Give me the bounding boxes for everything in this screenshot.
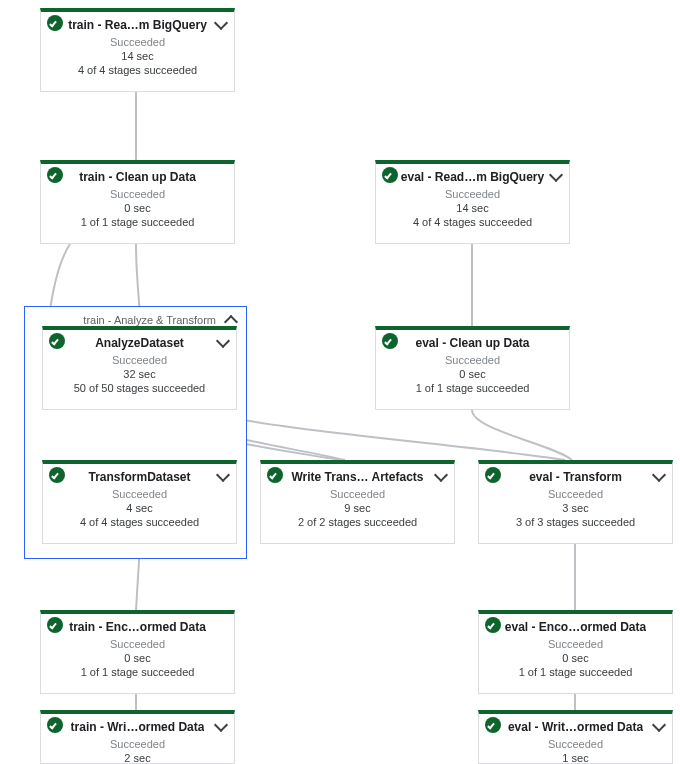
check-circle-icon [485,467,501,483]
node-eval-encode[interactable]: eval - Enco…ormed Data Succeeded 0 sec 1… [478,610,673,694]
node-stages: 1 of 1 stage succeeded [41,666,234,678]
node-title: Write Trans… Artefacts [291,470,423,484]
node-stages: 2 of 2 stages succeeded [261,516,454,528]
node-transform-dataset[interactable]: TransformDataset Succeeded 4 sec 4 of 4 … [42,460,237,544]
node-title: eval - Writ…ormed Data [508,720,643,734]
check-circle-icon [47,167,63,183]
node-train-encode[interactable]: train - Enc…ormed Data Succeeded 0 sec 1… [40,610,235,694]
node-train-read[interactable]: train - Rea…m BigQuery Succeeded 14 sec … [40,8,235,92]
node-title: eval - Enco…ormed Data [505,620,646,634]
node-title: train - Wri…ormed Data [71,720,205,734]
node-status: Succeeded [43,354,236,366]
node-write-artefacts[interactable]: Write Trans… Artefacts Succeeded 9 sec 2… [260,460,455,544]
node-stages: 1 of 1 stage succeeded [376,382,569,394]
check-circle-icon [47,15,63,31]
node-status: Succeeded [41,738,234,750]
check-circle-icon [267,467,283,483]
node-duration: 0 sec [41,652,234,664]
node-stages: 4 of 4 stages succeeded [376,216,569,228]
node-stages: 1 of 1 stage succeeded [479,666,672,678]
node-stages: 1 of 1 stage succeeded [41,216,234,228]
node-duration: 0 sec [376,368,569,380]
group-title: train - Analyze & Transform [83,314,216,326]
node-stages: 50 of 50 stages succeeded [43,382,236,394]
check-circle-icon [49,333,65,349]
node-eval-transform[interactable]: eval - Transform Succeeded 3 sec 3 of 3 … [478,460,673,544]
check-circle-icon [47,617,63,633]
chevron-down-icon[interactable] [652,468,666,482]
check-circle-icon [49,467,65,483]
node-train-clean[interactable]: train - Clean up Data Succeeded 0 sec 1 … [40,160,235,244]
node-title: eval - Read…m BigQuery [401,170,544,184]
node-status: Succeeded [41,188,234,200]
node-title: eval - Clean up Data [415,336,529,350]
node-eval-write[interactable]: eval - Writ…ormed Data Succeeded 1 sec 5… [478,710,673,764]
node-duration: 32 sec [43,368,236,380]
node-status: Succeeded [479,488,672,500]
node-status: Succeeded [41,36,234,48]
node-status: Succeeded [261,488,454,500]
chevron-down-icon[interactable] [214,16,228,30]
node-status: Succeeded [479,738,672,750]
node-duration: 14 sec [41,50,234,62]
chevron-down-icon[interactable] [216,334,230,348]
chevron-down-icon[interactable] [216,468,230,482]
node-stages: 4 of 4 stages succeeded [43,516,236,528]
node-eval-clean[interactable]: eval - Clean up Data Succeeded 0 sec 1 o… [375,326,570,410]
node-analyze-dataset[interactable]: AnalyzeDataset Succeeded 32 sec 50 of 50… [42,326,237,410]
node-title: train - Enc…ormed Data [69,620,206,634]
node-stages: 3 of 3 stages succeeded [479,516,672,528]
node-duration: 14 sec [376,202,569,214]
node-stages: 4 of 4 stages succeeded [41,64,234,76]
node-status: Succeeded [41,638,234,650]
node-duration: 3 sec [479,502,672,514]
check-circle-icon [485,717,501,733]
node-status: Succeeded [43,488,236,500]
node-duration: 1 sec [479,752,672,764]
chevron-down-icon[interactable] [652,718,666,732]
node-status: Succeeded [376,188,569,200]
check-circle-icon [485,617,501,633]
node-duration: 2 sec [41,752,234,764]
node-train-write[interactable]: train - Wri…ormed Data Succeeded 2 sec 5… [40,710,235,764]
node-duration: 9 sec [261,502,454,514]
node-status: Succeeded [376,354,569,366]
chevron-down-icon[interactable] [434,468,448,482]
node-title: train - Rea…m BigQuery [68,18,207,32]
chevron-down-icon[interactable] [549,168,563,182]
node-duration: 0 sec [41,202,234,214]
node-title: AnalyzeDataset [95,336,184,350]
check-circle-icon [47,717,63,733]
node-eval-read[interactable]: eval - Read…m BigQuery Succeeded 14 sec … [375,160,570,244]
node-duration: 4 sec [43,502,236,514]
node-status: Succeeded [479,638,672,650]
node-title: train - Clean up Data [79,170,196,184]
node-duration: 0 sec [479,652,672,664]
check-circle-icon [382,167,398,183]
node-title: eval - Transform [529,470,622,484]
chevron-down-icon[interactable] [214,718,228,732]
check-circle-icon [382,333,398,349]
node-title: TransformDataset [88,470,190,484]
